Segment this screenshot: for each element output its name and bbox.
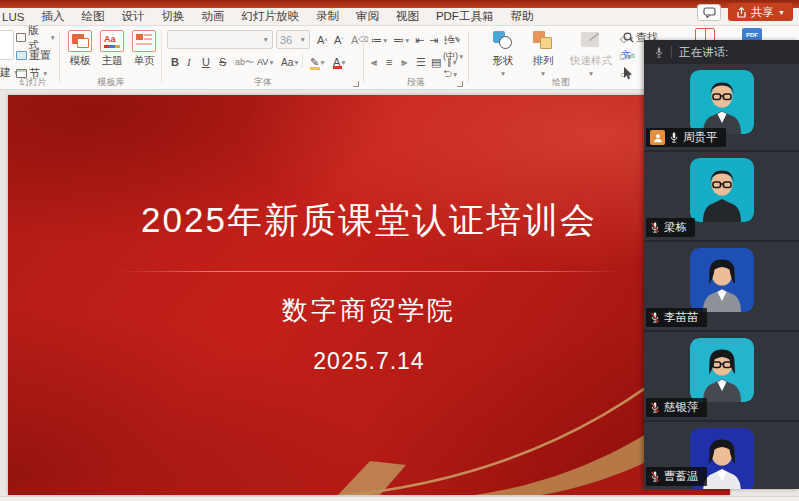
bullets-button[interactable]: ≔▼ [368, 31, 391, 49]
participant-list: 周贵平 [644, 64, 799, 489]
participant-avatar [690, 158, 754, 222]
participant-avatar [690, 248, 754, 312]
strikethrough-button[interactable]: S [216, 53, 229, 71]
align-right-button[interactable]: ⫸ [398, 53, 410, 71]
slide-date: 2025.7.14 [8, 348, 730, 375]
menu-item-5[interactable]: 动画 [201, 9, 224, 24]
meeting-panel: 正在讲话: [644, 40, 799, 489]
font-name-combo[interactable]: ▼ [167, 30, 273, 49]
participant-name: 李苗苗 [664, 310, 699, 325]
participant-name: 曹蓄温 [664, 469, 699, 484]
char-spacing-label: AV [257, 57, 268, 67]
align-left-button[interactable]: ⫷ [368, 53, 380, 71]
menu-item-8[interactable]: 审阅 [356, 9, 379, 24]
template-library-group-label: 模板库 [62, 76, 160, 89]
share-label: 共享 [751, 5, 774, 20]
numbering-button[interactable]: ≕▼ [390, 31, 413, 49]
status-bar [0, 496, 799, 501]
reset-label: 重置 [29, 48, 51, 63]
font-size-value: 36 [280, 34, 292, 46]
shapes-button[interactable]: 形状 ▼ [487, 30, 519, 77]
font-size-combo[interactable]: 36▼ [276, 30, 310, 49]
participant-tile[interactable]: 曹蓄温 [644, 420, 799, 489]
select-cursor-icon[interactable] [623, 66, 633, 84]
bold-button[interactable]: B [168, 53, 182, 71]
translate-icon[interactable]: 文b [621, 48, 635, 62]
theme-button[interactable]: Aa 主题 [96, 30, 128, 68]
underline-label: U [202, 56, 210, 68]
reset-button[interactable]: 重置 [14, 47, 53, 64]
new-slide-icon[interactable] [0, 30, 14, 60]
comment-bubble-icon [703, 7, 716, 18]
change-case-button[interactable]: Aa▼ [278, 53, 303, 71]
shapes-label: 形状 [493, 54, 514, 68]
pinyin-label: ab [235, 57, 245, 67]
participant-name-label: 慈银萍 [646, 398, 707, 417]
align-text-button[interactable]: (中)▼ [440, 47, 467, 65]
menu-item-3[interactable]: 设计 [121, 9, 144, 24]
single-page-label: 单页 [134, 54, 155, 68]
comment-button[interactable] [697, 4, 721, 21]
menu-item-4[interactable]: 切换 [161, 9, 184, 24]
arrange-label: 排列 [533, 54, 554, 68]
grow-font-label: A [317, 34, 324, 46]
menu-item-10[interactable]: PDF工具箱 [436, 9, 494, 24]
justify-button[interactable]: ☰ [413, 53, 429, 71]
smartart-convert-button[interactable]: ⮌▼ [440, 65, 461, 83]
participant-tile[interactable]: 周贵平 [644, 64, 799, 150]
italic-button[interactable]: I [184, 53, 194, 71]
highlight-color-button[interactable]: ✎▼ [307, 53, 329, 71]
increase-indent-button[interactable]: ⇥ [426, 31, 441, 49]
arrange-button[interactable]: 排列 ▼ [527, 30, 559, 77]
ribbon-group-template-library: 模板 Aa 主题 单页 模板库 [62, 26, 160, 90]
shapes-icon [491, 30, 515, 52]
menubar-right-actions: 共享 ▼ [697, 3, 793, 21]
slide[interactable]: 2025年新质课堂认证培训会 数字商贸学院 2025.7.14 [8, 95, 730, 495]
font-name-caret-icon: ▼ [263, 36, 269, 43]
theme-icon: Aa [100, 30, 124, 52]
participant-tile[interactable]: 李苗苗 [644, 240, 799, 330]
clear-format-label: A [351, 34, 358, 46]
quick-styles-label: 快速样式 [570, 54, 612, 68]
font-dialog-launcher[interactable] [353, 81, 359, 87]
menu-item-9[interactable]: 视图 [396, 9, 419, 24]
ribbon-group-font: ▼ 36▼ A^ Aˇ A⌫ B I U S ab〜 AV▼ Aa▼ ✎▼ A▼… [164, 26, 362, 90]
template-button[interactable]: 模板 [64, 30, 96, 68]
change-case-label: Aa [281, 57, 293, 68]
participant-name-label: 梁栋 [646, 218, 695, 237]
shrink-font-label: A [334, 34, 341, 46]
font-size-caret-icon: ▼ [300, 36, 306, 43]
decrease-indent-button[interactable]: ⇤ [412, 31, 427, 49]
share-button[interactable]: 共享 ▼ [728, 3, 793, 21]
layout-button[interactable]: 版式▼ [14, 29, 58, 46]
participant-tile[interactable]: 梁栋 [644, 150, 799, 240]
menu-item-2[interactable]: 绘图 [81, 9, 104, 24]
text-direction-button[interactable]: ↕A▼ [440, 29, 463, 47]
mic-icon [650, 401, 660, 414]
menu-item-0[interactable]: LUS [2, 11, 24, 23]
template-icon [68, 30, 92, 52]
pdf-tool-label: PDF [746, 32, 758, 38]
font-color-button[interactable]: A▼ [330, 53, 350, 71]
menu-item-11[interactable]: 帮助 [510, 9, 533, 24]
quick-styles-icon [579, 30, 603, 52]
participant-avatar [690, 70, 754, 134]
shrink-font-button[interactable]: Aˇ [331, 31, 347, 49]
single-page-button[interactable]: 单页 [128, 30, 160, 68]
underline-button[interactable]: U [199, 53, 213, 71]
mic-icon [669, 131, 679, 144]
mic-icon [650, 221, 660, 234]
char-spacing-button[interactable]: AV▼ [254, 53, 278, 71]
search-icon [623, 32, 634, 43]
slide-title: 2025年新质课堂认证培训会 [8, 197, 730, 244]
single-page-icon [132, 30, 156, 52]
menu-item-7[interactable]: 录制 [316, 9, 339, 24]
arrange-icon [531, 30, 555, 52]
align-center-button[interactable]: ≡ [383, 53, 395, 71]
theme-label: 主题 [102, 54, 123, 68]
quick-styles-button[interactable]: 快速样式 ▼ [567, 30, 615, 77]
menu-bar: LUS插入绘图设计切换动画幻灯片放映录制审阅视图PDF工具箱帮助 [0, 8, 799, 26]
menu-item-6[interactable]: 幻灯片放映 [241, 9, 299, 24]
grow-font-button[interactable]: A^ [314, 31, 331, 49]
participant-tile[interactable]: 慈银萍 [644, 330, 799, 420]
